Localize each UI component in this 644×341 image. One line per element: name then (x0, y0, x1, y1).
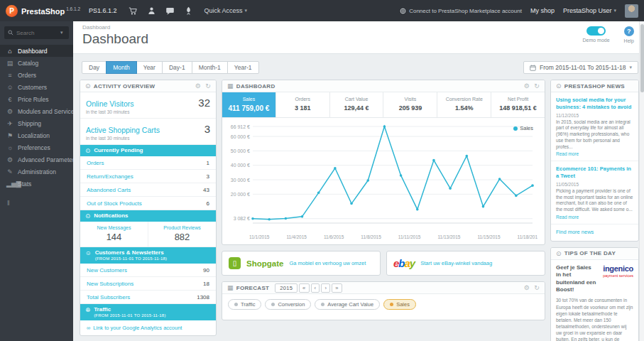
total-subscribers-row: Total Subscribers1308 (80, 291, 216, 304)
news-article-title[interactable]: Using social media for your business: 4 … (556, 97, 633, 111)
tips-of-the-day-panel: ⊙ TIPS OF THE DAY Geef je Sales in het b… (550, 247, 639, 341)
chevron-down-icon: ▾ (613, 8, 616, 13)
date-range-picker[interactable]: From 2015-11-01 To 2015-11-18 ▾ (523, 61, 638, 74)
kpi-orders[interactable]: Orders3 181 (276, 92, 330, 117)
tips-body-text: 30 tot 70% van de consumenten in Europa … (556, 297, 633, 341)
period-month-1-button[interactable]: Month-1 (192, 61, 228, 74)
panel-settings-icon[interactable]: ⚙ (524, 284, 530, 291)
ingenico-logo: ingenico payment services (603, 264, 633, 294)
tips-heading: Geef je Sales in het buitenland een Boos… (556, 264, 596, 294)
customers-newsletters-header: ☺ Customers & Newsletters(FROM 2015-11-0… (80, 247, 216, 264)
sidebar-item-orders[interactable]: ≡Orders (0, 69, 73, 81)
sidebar-item-dashboard[interactable]: ⌂Dashboard (0, 45, 73, 57)
period-month-button[interactable]: Month (106, 61, 137, 74)
user-menu[interactable]: PrestaShop User▾ (563, 7, 616, 14)
scrollbar-thumb[interactable] (640, 24, 644, 92)
google-analytics-link[interactable]: ∞Link to your Google Analytics account (80, 320, 216, 335)
ebay-logo: ebay (393, 257, 415, 269)
sidebar-search[interactable]: ▾ (4, 26, 69, 39)
prestashop-logo-icon: P (6, 5, 18, 17)
kpi-visits[interactable]: Visits205 939 (383, 92, 437, 117)
quick-access-menu[interactable]: Quick Access▾ (204, 7, 248, 14)
sidebar-item-shipping[interactable]: ✈Shipping (0, 117, 73, 129)
customer-icon[interactable] (147, 6, 156, 16)
sidebar-item-modules[interactable]: ⚙Modules and Services (0, 105, 73, 117)
period-year-button[interactable]: Year (136, 61, 163, 74)
customers-icon: ☺ (6, 84, 13, 91)
news-article-excerpt: In 2015, social media are an integral pa… (556, 119, 633, 151)
search-input[interactable] (16, 30, 58, 36)
messages-icon[interactable] (165, 6, 175, 16)
read-more-link[interactable]: Read more (556, 151, 633, 156)
cart-icon[interactable] (129, 6, 138, 16)
forecast-first-button[interactable]: « (299, 283, 309, 293)
shop-name[interactable]: PS1.6.1.2 (89, 7, 117, 14)
forecast-panel-title: FORECAST (236, 285, 269, 291)
vertical-scrollbar[interactable] (639, 21, 644, 341)
news-article-title[interactable]: Ecommerce 101: Payments in a Tweet (556, 166, 633, 180)
circle-icon (390, 303, 393, 306)
panel-refresh-icon[interactable]: ↻ (205, 82, 211, 90)
news-article-date: 11/05/2015 (556, 182, 633, 187)
search-scope-caret-icon[interactable]: ▾ (60, 30, 63, 36)
link-icon: ∞ (87, 325, 90, 331)
kpi-conversion-rate[interactable]: Conversion Rate1.54% (437, 92, 491, 117)
x-axis-label: 11/1/2015 (249, 234, 269, 239)
panel-settings-icon[interactable]: ⚙ (524, 82, 530, 90)
sidebar-item-stats[interactable]: ▂▅▇Stats (0, 178, 73, 190)
user-avatar[interactable] (625, 4, 638, 18)
shipping-icon: ✈ (6, 120, 13, 127)
period-year-1-button[interactable]: Year-1 (227, 61, 259, 74)
catalog-icon: ▤ (6, 60, 13, 67)
forecast-pill-conversion[interactable]: Conversion (265, 299, 311, 310)
forecast-pill-traffic[interactable]: Traffic (228, 299, 261, 310)
panel-refresh-icon[interactable]: ↻ (534, 284, 540, 291)
marketplace-icon (400, 8, 406, 14)
forecast-prev-button[interactable]: ‹ (311, 283, 320, 293)
kpi-sales[interactable]: Sales411 759,00 € (222, 92, 276, 117)
advanced-parameters-icon: ⚙ (6, 156, 13, 163)
sidebar-item-price-rules[interactable]: €Price Rules (0, 93, 73, 105)
forecast-next-button[interactable]: › (321, 283, 330, 293)
currently-pending-header: ⊙Currently Pending (80, 145, 216, 156)
forecast-legend: Traffic Conversion Average Cart Value Sa… (222, 294, 545, 320)
new-messages-cell[interactable]: New Messages144 (80, 222, 148, 247)
forecast-pill-average-cart-value[interactable]: Average Cart Value (315, 299, 380, 310)
marketplace-link[interactable]: Connect to PrestaShop Marketplace accoun… (400, 8, 522, 14)
svg-text:20 000 €: 20 000 € (231, 192, 250, 197)
product-reviews-cell[interactable]: Product Reviews882 (148, 222, 216, 247)
pending-orders-row: Orders1 (80, 156, 216, 170)
read-more-link[interactable]: Read more (556, 215, 633, 220)
kpi-net-profit[interactable]: Net Profit148 918,51 € (491, 92, 545, 117)
forecast-year-select[interactable]: 2015 (275, 283, 298, 293)
period-day-button[interactable]: Day (82, 61, 107, 74)
home-icon: ⌂ (6, 48, 13, 55)
help-icon[interactable]: ? (624, 26, 634, 36)
upgrade-rocket-icon[interactable] (184, 6, 193, 16)
demo-mode-toggle[interactable] (586, 26, 606, 36)
kpi-cart-value[interactable]: Cart Value129,44 € (330, 92, 384, 117)
page-header: Dashboard Dashboard Demo mode ? Help (73, 21, 644, 54)
shopgate-link[interactable]: Ga mobiel en verhoog uw omzet (289, 260, 366, 266)
sidebar-item-administration[interactable]: ✎Administration (0, 166, 73, 178)
shopgate-icon: ▯ (229, 257, 241, 269)
sidebar-collapse-icon[interactable]: ‖ (7, 200, 73, 207)
my-shop-link[interactable]: My shop (530, 7, 555, 14)
ebay-link[interactable]: Start uw eBay-winkel vandaag (420, 260, 492, 266)
panel-refresh-icon[interactable]: ↻ (534, 82, 540, 90)
news-article-excerpt: Picking a payment provider is one of the… (556, 188, 633, 213)
sidebar-item-customers[interactable]: ☺Customers (0, 81, 73, 93)
panel-settings-icon[interactable]: ⚙ (195, 82, 201, 90)
sidebar-item-localization[interactable]: ⚑Localization (0, 129, 73, 141)
preferences-icon: ☼ (6, 144, 13, 151)
svg-text:50 000 €: 50 000 € (231, 148, 250, 153)
period-day-1-button[interactable]: Day-1 (162, 61, 192, 74)
forecast-pill-sales[interactable]: Sales (383, 299, 416, 310)
sidebar-item-advanced-parameters[interactable]: ⚙Advanced Parameters (0, 153, 73, 166)
grid-icon: ▦ (227, 284, 234, 291)
forecast-last-button[interactable]: » (332, 283, 342, 293)
find-more-news-link[interactable]: Find more news (551, 224, 638, 241)
grid-icon: ▦ (227, 82, 234, 90)
sidebar-item-catalog[interactable]: ▤Catalog (0, 57, 73, 69)
sidebar-item-preferences[interactable]: ☼Preferences (0, 141, 73, 153)
